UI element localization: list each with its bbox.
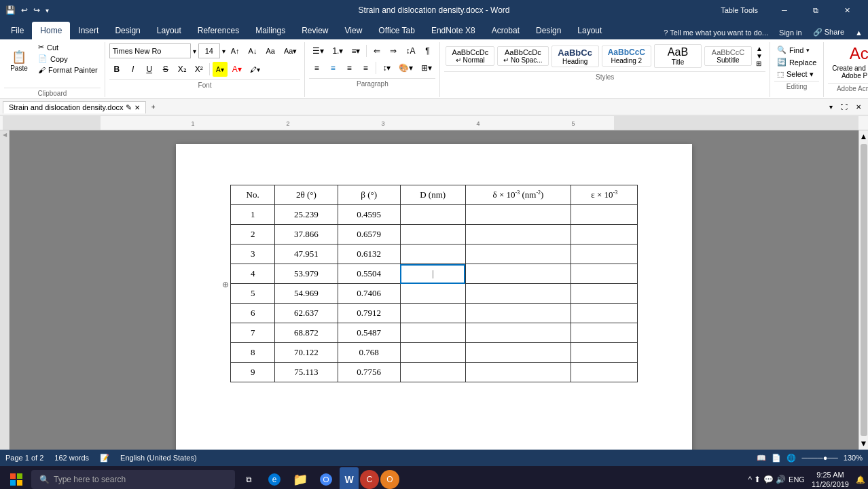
ribbon-collapse-button[interactable]: ▲ <box>850 26 868 39</box>
table-cell[interactable] <box>571 205 638 225</box>
shading-button[interactable]: 🎨▾ <box>395 60 416 75</box>
table-cell[interactable] <box>400 343 465 363</box>
tab-close-icon[interactable]: ✕ <box>852 102 865 112</box>
app1-icon[interactable]: C <box>360 470 379 489</box>
line-spacing-button[interactable]: ↕▾ <box>379 60 394 75</box>
table-cell[interactable] <box>400 323 465 343</box>
table-cell[interactable] <box>400 225 465 244</box>
table-cell[interactable] <box>465 323 571 343</box>
tab-review[interactable]: Review <box>293 22 336 39</box>
table-cell[interactable] <box>465 205 571 225</box>
scroll-thumb[interactable] <box>861 144 867 436</box>
numbering-button[interactable]: 1.▾ <box>329 43 346 58</box>
tab-endnote[interactable]: EndNote X8 <box>423 22 484 39</box>
table-cell[interactable] <box>571 264 638 284</box>
file-explorer-icon[interactable]: 📁 <box>288 467 312 489</box>
table-cell[interactable] <box>571 343 638 363</box>
style-normal[interactable]: AaBbCcDc ↵ Normal <box>446 46 494 66</box>
table-cell[interactable]: 53.979 <box>275 264 338 284</box>
table-cell[interactable]: 70.122 <box>275 343 338 363</box>
redo-icon[interactable]: ↪ <box>33 5 40 15</box>
cut-button[interactable]: ✂ Cut <box>35 42 101 52</box>
font-shrink-button[interactable]: A↓ <box>245 43 261 58</box>
table-cell[interactable]: 0.7406 <box>338 284 400 304</box>
align-center-button[interactable]: ≡ <box>325 60 340 75</box>
share-button[interactable]: 🔗 Share <box>808 25 850 39</box>
table-cell[interactable]: 62.637 <box>275 304 338 323</box>
underline-button[interactable]: U <box>142 62 157 77</box>
text-highlight-button[interactable]: A▾ <box>213 62 228 77</box>
save-icon[interactable]: 💾 <box>5 5 16 15</box>
font-size-input[interactable] <box>198 43 220 58</box>
language-indicator[interactable]: English (United States) <box>120 454 197 462</box>
font-name-input[interactable] <box>109 43 191 58</box>
align-left-button[interactable]: ≡ <box>309 60 324 75</box>
app2-icon[interactable]: O <box>380 470 399 489</box>
undo-icon[interactable]: ↩ <box>21 5 28 15</box>
table-cell[interactable]: 9 <box>231 363 275 382</box>
replace-button[interactable]: 🔄 Replace <box>774 57 819 67</box>
minimize-button[interactable]: ─ <box>769 0 800 20</box>
print-layout-icon[interactable]: 📄 <box>772 454 781 463</box>
italic-button[interactable]: I <box>126 62 141 77</box>
clock[interactable]: 9:25 AM 11/26/2019 <box>808 470 853 489</box>
signin-button[interactable]: Sign in <box>774 26 808 39</box>
table-cell[interactable]: 0.768 <box>338 343 400 363</box>
start-button[interactable] <box>3 467 30 489</box>
style-no-space[interactable]: AaBbCcDc ↵ No Spac... <box>497 46 548 66</box>
highlight-color-button[interactable]: 🖍▾ <box>247 62 264 77</box>
styles-scroll[interactable]: ▲ ▼ ⊞ <box>755 43 764 69</box>
table-cell[interactable] <box>400 284 465 304</box>
restore-button[interactable]: ⧉ <box>800 0 831 20</box>
copy-button[interactable]: 📄 Copy <box>35 54 101 64</box>
create-pdf-button[interactable]: Ac Create and Share Adobe PDF <box>828 42 868 82</box>
style-title[interactable]: AaB Title <box>654 44 702 68</box>
table-cell[interactable] <box>465 225 571 244</box>
tab-mailings[interactable]: Mailings <box>247 22 293 39</box>
table-cell[interactable] <box>465 363 571 382</box>
new-tab-button[interactable]: + <box>147 102 160 112</box>
table-cell[interactable] <box>465 284 571 304</box>
superscript-button[interactable]: X² <box>192 62 206 77</box>
tab-references[interactable]: References <box>189 22 247 39</box>
font-size-dropdown[interactable]: ▾ <box>222 48 225 55</box>
chrome-icon[interactable] <box>314 467 338 489</box>
tab-table-design[interactable]: Design <box>528 22 569 39</box>
format-painter-button[interactable]: 🖌 Format Painter <box>35 65 101 75</box>
web-layout-icon[interactable]: 🌐 <box>786 454 796 463</box>
justify-button[interactable]: ≡ <box>358 60 373 75</box>
tab-insert[interactable]: Insert <box>70 22 107 39</box>
table-cell[interactable] <box>571 323 638 343</box>
multilevel-button[interactable]: ≡▾ <box>348 43 363 58</box>
table-cell[interactable]: 1 <box>231 205 275 225</box>
table-cell[interactable] <box>465 304 571 323</box>
table-cell[interactable] <box>400 304 465 323</box>
zoom-slider[interactable]: ────●── <box>801 454 837 462</box>
sort-button[interactable]: ↕A <box>402 43 418 58</box>
table-cell[interactable]: 37.866 <box>275 225 338 244</box>
styles-up-icon[interactable]: ▲ <box>756 45 763 52</box>
align-right-button[interactable]: ≡ <box>342 60 357 75</box>
style-heading2[interactable]: AaBbCcC Heading 2 <box>602 46 651 67</box>
table-cell[interactable] <box>465 264 571 284</box>
table-cell[interactable] <box>465 343 571 363</box>
style-heading1[interactable]: AaBbCc Heading <box>551 46 599 67</box>
table-cell[interactable]: 0.6579 <box>338 225 400 244</box>
vertical-scrollbar[interactable]: ▲ ▼ <box>858 130 868 450</box>
table-cell[interactable] <box>571 284 638 304</box>
scroll-down-button[interactable]: ▼ <box>858 437 868 450</box>
bold-button[interactable]: B <box>109 62 124 77</box>
borders-button[interactable]: ⊞▾ <box>418 60 435 75</box>
table-cell[interactable]: 7 <box>231 323 275 343</box>
font-grow-button[interactable]: A↑ <box>228 43 243 58</box>
outdent-button[interactable]: ⇐ <box>369 43 384 58</box>
table-cell[interactable]: 68.872 <box>275 323 338 343</box>
table-cell[interactable] <box>400 363 465 382</box>
table-cell[interactable]: 5 <box>231 284 275 304</box>
tab-acrobat[interactable]: Acrobat <box>484 22 528 39</box>
table-cell[interactable]: 4 <box>231 264 275 284</box>
close-button[interactable]: ✕ <box>831 0 863 20</box>
subscript-button[interactable]: X₂ <box>175 62 190 77</box>
table-cell[interactable]: 75.113 <box>275 363 338 382</box>
table-cell[interactable]: 0.5487 <box>338 323 400 343</box>
